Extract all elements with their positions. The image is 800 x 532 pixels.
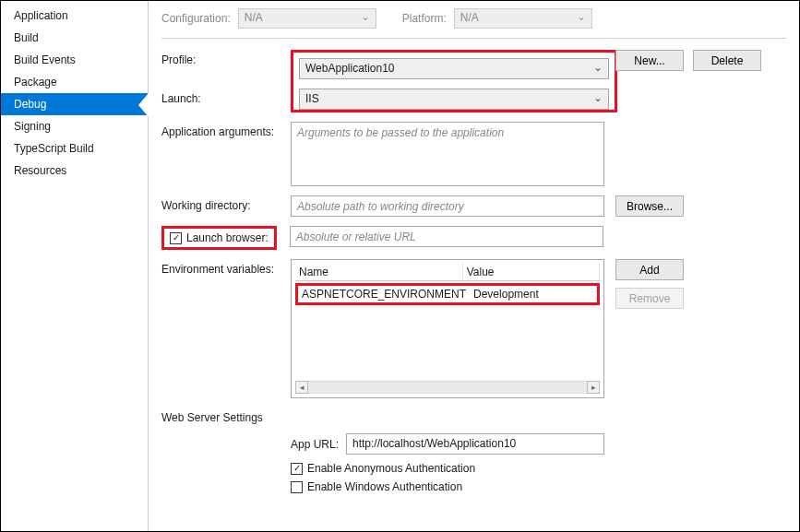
sidebar-item-debug[interactable]: Debug (1, 93, 148, 115)
win-auth-checkbox[interactable] (291, 481, 303, 493)
env-row-value: Development (470, 286, 597, 302)
sidebar-item-package[interactable]: Package (1, 71, 148, 93)
main-panel: Configuration: N/A Platform: N/A Profile… (149, 1, 799, 531)
config-row: Configuration: N/A Platform: N/A (161, 8, 786, 29)
workdir-input[interactable]: Absolute path to working directory (291, 195, 604, 217)
sidebar-item-build[interactable]: Build (1, 27, 148, 49)
launch-browser-url-input[interactable]: Absolute or relative URL (290, 226, 603, 247)
sidebar-item-signing[interactable]: Signing (1, 115, 148, 137)
env-header-name: Name (295, 264, 462, 281)
sidebar-item-build-events[interactable]: Build Events (1, 49, 148, 71)
scroll-right-icon[interactable]: ▸ (587, 381, 600, 394)
table-header-row: Name Value (295, 264, 600, 281)
envvars-empty-area (295, 305, 600, 375)
configuration-select: N/A (238, 8, 376, 29)
scroll-track[interactable] (308, 381, 587, 394)
envvars-table-container: Name Value ASPNETCORE_ENVIRONMENT Develo… (291, 259, 604, 398)
highlight-env-row: ASPNETCORE_ENVIRONMENT Development (295, 283, 600, 305)
win-auth-label: Enable Windows Authentication (307, 480, 462, 493)
table-row[interactable]: ASPNETCORE_ENVIRONMENT Development (298, 286, 597, 302)
app-args-textarea[interactable]: Arguments to be passed to the applicatio… (291, 122, 604, 186)
launch-browser-checkbox[interactable] (170, 232, 182, 244)
browse-button[interactable]: Browse... (615, 195, 684, 217)
anon-auth-label: Enable Anonymous Authentication (307, 462, 475, 475)
configuration-label: Configuration: (161, 12, 231, 25)
app-url-input[interactable]: http://localhost/WebApplication10 (346, 433, 604, 455)
project-properties-dialog: Application Build Build Events Package D… (0, 0, 800, 532)
env-row-name: ASPNETCORE_ENVIRONMENT (298, 286, 470, 302)
anon-auth-checkbox[interactable] (291, 463, 303, 475)
divider (161, 38, 786, 39)
delete-profile-button[interactable]: Delete (693, 50, 761, 71)
envvars-table[interactable]: Name Value (295, 264, 600, 281)
profile-label: Profile: (161, 50, 291, 66)
envvars-label: Environment variables: (161, 259, 291, 276)
profile-select[interactable]: WebApplication10 (299, 58, 609, 79)
add-env-button[interactable]: Add (615, 259, 684, 280)
sidebar: Application Build Build Events Package D… (1, 1, 149, 531)
webserver-settings-title: Web Server Settings (161, 411, 786, 424)
sidebar-item-resources[interactable]: Resources (1, 160, 148, 182)
sidebar-item-application[interactable]: Application (1, 5, 148, 27)
app-url-label: App URL: (291, 438, 346, 451)
workdir-label: Working directory: (161, 195, 291, 212)
platform-label: Platform: (402, 12, 447, 25)
env-header-value: Value (462, 264, 599, 281)
highlight-launch-browser: Launch browser: (161, 226, 277, 250)
highlight-box-profile-launch: WebApplication10 IIS (291, 50, 617, 112)
envvars-scrollbar[interactable]: ◂ ▸ (295, 381, 600, 394)
platform-select: N/A (454, 8, 592, 29)
sidebar-item-typescript-build[interactable]: TypeScript Build (1, 137, 148, 160)
remove-env-button: Remove (615, 288, 684, 309)
launch-label: Launch: (161, 89, 291, 105)
app-args-label: Application arguments: (161, 122, 291, 138)
launch-browser-label: Launch browser: (186, 231, 269, 244)
launch-select[interactable]: IIS (299, 89, 609, 110)
scroll-left-icon[interactable]: ◂ (295, 381, 308, 394)
new-profile-button[interactable]: New... (615, 50, 684, 71)
